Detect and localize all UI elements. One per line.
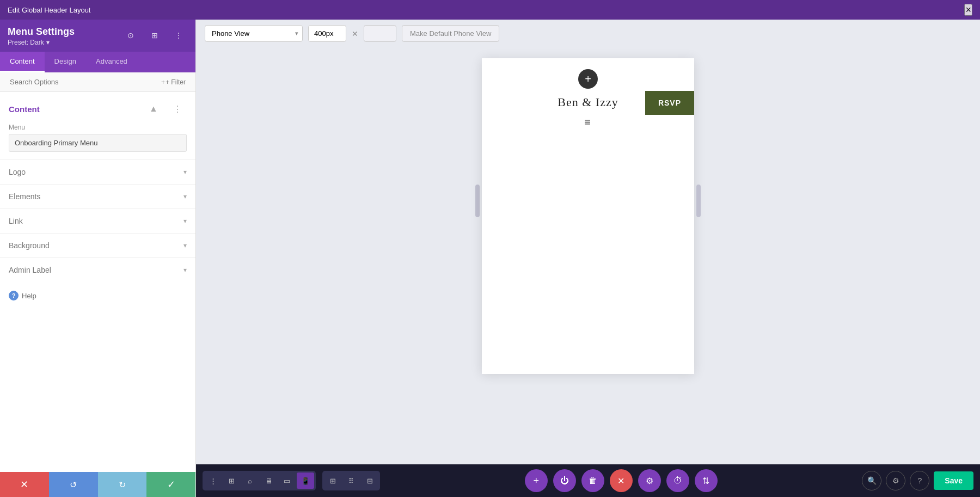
search-bar: + + Filter (0, 72, 195, 92)
settings-circle-button[interactable]: ⚙ (638, 469, 661, 492)
bottom-action-bar: ✕ ↺ ↻ ✓ (0, 472, 195, 497)
accordion-background[interactable]: Background ▾ (0, 233, 195, 257)
toolbar-layout-btn3[interactable]: ⊟ (361, 473, 378, 489)
filter-plus-icon: + (161, 78, 165, 86)
toolbar-right: 🔍 ⚙ ? Save (862, 471, 973, 490)
preview-canvas: + Ben & Izzy ≡ RSVP (196, 47, 980, 464)
confirm-icon: ✓ (167, 478, 175, 490)
close-window-button[interactable]: × (964, 4, 972, 16)
sidebar-header-icons: ⊙ ⊞ ⋮ (121, 26, 188, 45)
collapse-section-button[interactable]: ▲ (144, 100, 163, 118)
toolbar-layout-btn2[interactable]: ⠿ (342, 473, 360, 489)
sidebar: Menu Settings Preset: Dark ▾ ⊙ ⊞ ⋮ Conte… (0, 20, 196, 497)
accordion-logo[interactable]: Logo ▾ (0, 159, 195, 184)
sidebar-header: Menu Settings Preset: Dark ▾ ⊙ ⊞ ⋮ (0, 20, 195, 52)
help-label[interactable]: Help (22, 292, 36, 300)
redo-button[interactable]: ↻ (98, 472, 147, 497)
toolbar-layout-btn1[interactable]: ⊞ (324, 473, 341, 489)
settings-right-button[interactable]: ⚙ (886, 471, 905, 490)
phone-header: + Ben & Izzy ≡ RSVP (482, 58, 694, 137)
tab-design[interactable]: Design (45, 52, 86, 72)
preset-label: Preset: Dark (8, 39, 44, 46)
accordion-background-label: Background (9, 241, 50, 250)
save-button[interactable]: Save (934, 471, 973, 490)
toolbar-center: + ⏻ 🗑 ✕ ⚙ ⏱ ⇅ (383, 469, 859, 492)
accordion-logo-label: Logo (9, 168, 26, 176)
tab-content[interactable]: Content (0, 52, 45, 72)
phone-preview: + Ben & Izzy ≡ RSVP (482, 58, 694, 374)
accordion-link[interactable]: Link ▾ (0, 208, 195, 233)
preview-top-bar: Phone View ▾ ✕ Make Default Phone View (196, 20, 980, 47)
add-element-button[interactable]: + (578, 69, 598, 89)
toolbar-grid-button[interactable]: ⊞ (223, 473, 240, 489)
close-circle-button[interactable]: ✕ (610, 469, 633, 492)
preview-area: Phone View ▾ ✕ Make Default Phone View +… (196, 20, 980, 497)
resize-handle-right[interactable] (696, 185, 701, 217)
search-input[interactable] (5, 72, 157, 91)
view-select-wrapper: Phone View ▾ (205, 25, 303, 42)
bottom-toolbar: ⋮ ⊞ ⌕ 🖥 ▭ 📱 ⊞ ⠿ ⊟ + ⏻ 🗑 ✕ ⚙ ⏱ ⇅ (196, 464, 980, 497)
confirm-button[interactable]: ✓ (146, 472, 195, 497)
content-section-title: Content (9, 105, 40, 114)
toolbar-search-button[interactable]: ⌕ (241, 473, 259, 489)
content-section-header: Content ▲ ⋮ (0, 92, 195, 124)
toolbar-desktop-button[interactable]: 🖥 (260, 473, 277, 489)
power-circle-button[interactable]: ⏻ (553, 469, 576, 492)
cancel-button[interactable]: ✕ (0, 472, 49, 497)
menu-select[interactable]: Onboarding Primary Menu (9, 134, 187, 152)
brand-name: Ben & Izzy (558, 95, 618, 109)
rsvp-button[interactable]: RSVP (645, 91, 694, 115)
phone-wrapper: + Ben & Izzy ≡ RSVP (482, 58, 694, 374)
width-input[interactable] (308, 25, 346, 42)
chevron-down-icon: ▾ (183, 242, 187, 249)
chevron-down-icon: ▾ (183, 193, 187, 200)
toolbar-layout-group: ⊞ ⠿ ⊟ (322, 471, 380, 490)
toolbar-more-button[interactable]: ⋮ (204, 473, 222, 489)
accordion-admin-label[interactable]: Admin Label ▾ (0, 257, 195, 282)
toolbar-view-group: ⋮ ⊞ ⌕ 🖥 ▭ 📱 (203, 471, 316, 490)
sidebar-heading: Menu Settings (8, 26, 75, 38)
accordion-elements[interactable]: Elements ▾ (0, 184, 195, 208)
accordion-admin-label-label: Admin Label (9, 266, 51, 274)
menu-select-wrapper: Onboarding Primary Menu (0, 134, 195, 159)
more-options-icon-button[interactable]: ⋮ (169, 26, 188, 45)
view-select[interactable]: Phone View (205, 25, 303, 42)
make-default-phone-view-button[interactable]: Make Default Phone View (402, 25, 499, 42)
filter-label: + Filter (166, 78, 186, 86)
help-right-button[interactable]: ? (910, 471, 929, 490)
add-circle-button[interactable]: + (525, 469, 548, 492)
hamburger-menu-icon[interactable]: ≡ (584, 116, 592, 128)
toolbar-tablet-button[interactable]: ▭ (278, 473, 296, 489)
help-section: ? Help (0, 282, 195, 309)
undo-icon: ↺ (70, 480, 77, 490)
undo-button[interactable]: ↺ (49, 472, 98, 497)
title-bar-label: Edit Global Header Layout (8, 6, 90, 14)
cancel-icon: ✕ (20, 478, 28, 490)
tabs: Content Design Advanced (0, 52, 195, 72)
help-icon: ? (9, 291, 19, 300)
clock-circle-button[interactable]: ⏱ (666, 469, 689, 492)
title-bar: Edit Global Header Layout × (0, 0, 980, 20)
chevron-down-icon: ▾ (183, 168, 187, 176)
accordion-elements-label: Elements (9, 192, 40, 201)
preview-icon-button[interactable]: ⊙ (121, 26, 140, 45)
chevron-down-icon: ▾ (183, 217, 187, 225)
sidebar-content: Content ▲ ⋮ Menu Onboarding Primary Menu… (0, 92, 195, 472)
search-right-button[interactable]: 🔍 (862, 471, 881, 490)
layout-icon-button[interactable]: ⊞ (145, 26, 164, 45)
tab-advanced[interactable]: Advanced (86, 52, 137, 72)
toolbar-phone-button[interactable]: 📱 (297, 473, 314, 489)
section-more-options-button[interactable]: ⋮ (168, 100, 187, 118)
sliders-circle-button[interactable]: ⇅ (695, 469, 718, 492)
preset-chevron-icon: ▾ (46, 39, 50, 46)
close-width-button[interactable]: ✕ (352, 29, 358, 38)
content-section-icons: ▲ ⋮ (144, 100, 187, 118)
extra-width-input[interactable] (364, 25, 396, 42)
trash-circle-button[interactable]: 🗑 (581, 469, 604, 492)
filter-button[interactable]: + + Filter (157, 75, 190, 89)
chevron-down-icon: ▾ (183, 266, 187, 274)
redo-icon: ↻ (119, 480, 126, 490)
menu-field-label: Menu (0, 124, 195, 134)
accordion-link-label: Link (9, 217, 23, 225)
resize-handle-left[interactable] (475, 185, 480, 217)
